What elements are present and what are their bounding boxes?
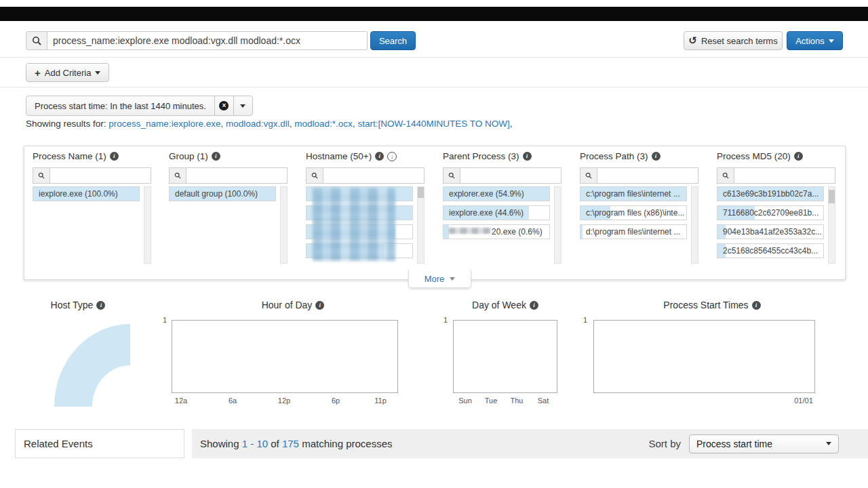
info-icon[interactable] — [794, 152, 803, 161]
plus-icon: + — [35, 68, 41, 78]
remove-filter-button[interactable] — [214, 96, 233, 115]
search-icon — [443, 167, 460, 184]
info-icon[interactable] — [752, 301, 761, 310]
chevron-down-icon — [240, 104, 245, 108]
scrollbar[interactable] — [828, 186, 835, 264]
x-tick: 6p — [332, 396, 340, 405]
facet-filter-input[interactable] — [186, 167, 288, 184]
result-total: 175 — [282, 438, 299, 449]
showing-results-line: Showing results for: process_name:iexplo… — [26, 119, 512, 129]
facet-item[interactable]: iexplore.exe (100.0%) — [33, 186, 140, 201]
host-type-donut-chart[interactable] — [54, 324, 130, 407]
facet-title: Parent Process (3) — [443, 151, 519, 161]
info-icon[interactable] — [530, 301, 538, 310]
process-start-times-chart[interactable] — [593, 320, 815, 393]
facet-item[interactable]: d:\program files\internet ... — [580, 224, 687, 239]
x-tick: 01/01 — [794, 396, 813, 405]
facet-title: Process Name (1) — [33, 151, 106, 161]
facet-item[interactable]: 7116680c2c62709ee81b... — [717, 205, 824, 220]
scrollbar[interactable] — [280, 186, 288, 264]
filter-chip-label: Process start time: In the last 1440 min… — [26, 96, 214, 115]
scrollbar[interactable] — [144, 186, 151, 264]
filter-chip-process-start-time: Process start time: In the last 1440 min… — [26, 96, 253, 116]
info-icon[interactable] — [652, 152, 660, 161]
chevron-down-icon — [826, 442, 831, 445]
facet-item[interactable]: default group (100.0%) — [169, 186, 276, 201]
result-range: 1 - 10 — [242, 438, 268, 449]
info-icon[interactable] — [523, 152, 532, 161]
download-icon[interactable] — [387, 152, 397, 161]
x-tick: 12a — [175, 396, 187, 405]
x-tick: Thu — [511, 396, 524, 405]
sort-by-dropdown[interactable]: Process start time — [689, 434, 839, 453]
x-tick: Sat — [538, 396, 549, 405]
facet-item[interactable]: c:\program files (x86)\inte... — [580, 205, 687, 220]
reset-icon: ↺ — [688, 36, 697, 46]
y-axis-label: 1 — [157, 316, 167, 324]
search-icon — [33, 167, 50, 184]
info-icon[interactable] — [315, 301, 324, 310]
actions-button[interactable]: Actions — [787, 31, 843, 50]
chart-title-day-of-week: Day of Week — [437, 300, 573, 310]
facet-filter-input[interactable] — [460, 167, 561, 184]
scrollbar[interactable] — [691, 186, 698, 264]
facet-filter-input[interactable] — [50, 167, 151, 184]
info-icon[interactable] — [375, 152, 384, 161]
facet-filter-input[interactable] — [323, 167, 425, 184]
facet-item[interactable]: c:\program files\internet ... — [580, 186, 687, 201]
search-icon — [26, 31, 47, 50]
search-icon — [306, 167, 323, 184]
search-button[interactable]: Search — [370, 31, 416, 50]
more-facets-button[interactable]: More — [408, 270, 471, 288]
results-summary-bar: Showing 1 - 10 of 175 matching processes… — [192, 429, 868, 458]
scrollbar[interactable] — [417, 186, 425, 264]
day-of-week-chart[interactable] — [453, 320, 557, 393]
facet-panel: Process Name (1) iexplore.exe (100.0%) G… — [24, 146, 846, 280]
filter-dropdown-button[interactable] — [233, 96, 252, 115]
search-term-link[interactable]: modload:vgx.dll — [226, 119, 290, 129]
scrollbar-thumb[interactable] — [418, 187, 424, 198]
search-icon — [169, 167, 186, 184]
search-icon — [717, 167, 734, 184]
close-icon — [219, 101, 229, 110]
y-axis-label: 1 — [438, 316, 448, 324]
facet-item[interactable]: 20.exe (0.6%) — [443, 224, 550, 239]
info-icon[interactable] — [212, 152, 220, 161]
sort-by-value: Process start time — [696, 439, 772, 449]
scrollbar-thumb[interactable] — [829, 190, 835, 203]
redaction-blur — [313, 188, 395, 261]
search-term-link[interactable]: start:[NOW-1440MINUTES TO NOW] — [357, 119, 509, 129]
showing-results-label: Showing results for: — [26, 119, 106, 129]
info-icon[interactable] — [96, 301, 105, 310]
facet-column-process-md5: Process MD5 (20) c613e69c3b191bb02c7a...… — [717, 146, 835, 279]
search-query-input[interactable] — [47, 31, 368, 50]
search-icon — [580, 167, 597, 184]
add-criteria-button[interactable]: + Add Criteria — [26, 63, 109, 82]
hour-of-day-chart[interactable] — [172, 320, 398, 393]
facet-item[interactable]: 2c5168c856455cc43c4b... — [717, 243, 824, 258]
search-term-link[interactable]: process_name:iexplore.exe — [108, 119, 220, 129]
facet-title: Process Path (3) — [580, 151, 648, 161]
x-tick: 6a — [229, 396, 237, 405]
reset-search-terms-button[interactable]: ↺ Reset search terms — [684, 31, 783, 50]
facet-filter-input[interactable] — [734, 167, 835, 184]
facet-item[interactable]: explorer.exe (54.9%) — [443, 186, 550, 201]
facet-item[interactable]: c613e69c3b191bb02c7a... — [717, 186, 824, 201]
search-term-link[interactable]: modload:*.ocx — [294, 119, 353, 129]
facet-column-parent-process: Parent Process (3) explorer.exe (54.9%) … — [443, 146, 561, 279]
related-events-tab[interactable]: Related Events — [15, 429, 184, 458]
facet-item[interactable]: 904e13ba41af2e353a32c... — [717, 224, 824, 239]
results-summary-text: Showing 1 - 10 of 175 matching processes — [200, 438, 393, 449]
process-search-page: Search ↺ Reset search terms Actions + Ad… — [0, 0, 868, 488]
divider — [0, 57, 868, 58]
facet-title: Hostname (50+) — [306, 151, 372, 161]
info-icon[interactable] — [110, 152, 119, 161]
redaction-blur — [449, 228, 491, 234]
top-nav-bar — [0, 7, 868, 21]
facet-filter-input[interactable] — [597, 167, 698, 184]
chevron-down-icon — [829, 39, 834, 43]
x-tick: Sun — [458, 396, 472, 405]
scrollbar[interactable] — [554, 186, 561, 264]
chart-title-hour-of-day: Hour of Day — [225, 300, 361, 310]
facet-item[interactable]: iexplore.exe (44.6%) — [443, 205, 550, 220]
